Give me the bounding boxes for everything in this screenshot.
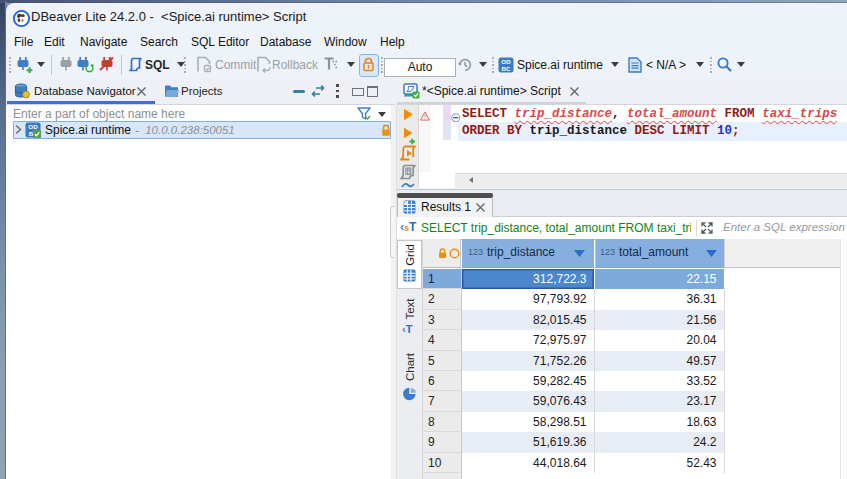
svg-text:BC: BC bbox=[502, 65, 511, 72]
svg-text:B: B bbox=[29, 130, 34, 137]
